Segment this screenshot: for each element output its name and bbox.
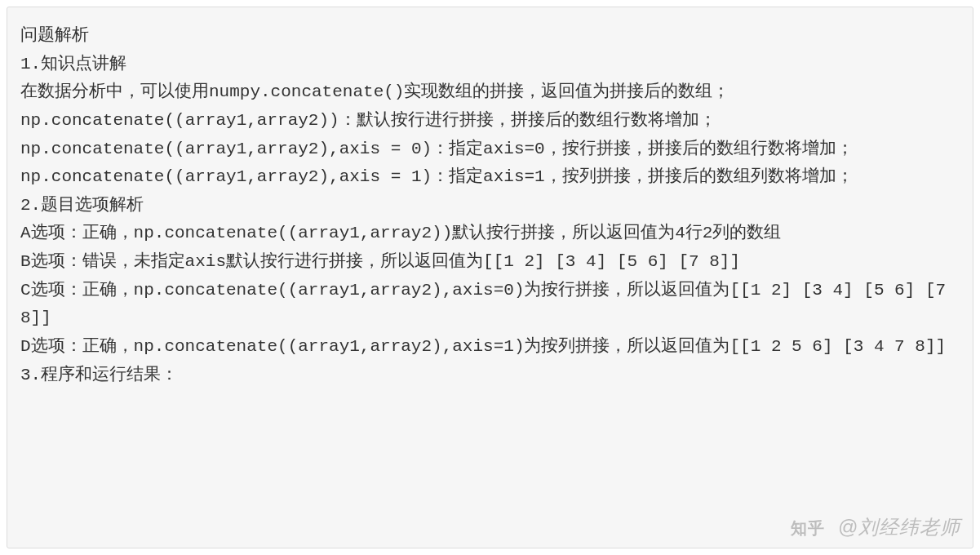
text-line: 3.程序和运行结果： xyxy=(20,362,960,390)
text-line: B选项：错误，未指定axis默认按行进行拼接，所以返回值为[[1 2] [3 4… xyxy=(20,248,960,277)
text-line: D选项：正确，np.concatenate((array1,array2),ax… xyxy=(20,333,960,362)
text-line: np.concatenate((array1,array2))：默认按行进行拼接… xyxy=(20,107,960,135)
text-line: 2.题目选项解析 xyxy=(20,192,960,220)
text-line: C选项：正确，np.concatenate((array1,array2),ax… xyxy=(20,277,960,333)
text-line: A选项：正确，np.concatenate((array1,array2))默认… xyxy=(20,220,960,248)
text-line: 问题解析 xyxy=(20,22,960,51)
text-line: np.concatenate((array1,array2),axis = 0)… xyxy=(20,135,960,164)
explanation-box: 问题解析 1.知识点讲解 在数据分析中，可以使用numpy.concatenat… xyxy=(7,7,973,548)
text-line: 在数据分析中，可以使用numpy.concatenate()实现数组的拼接，返回… xyxy=(20,78,960,107)
text-line: 1.知识点讲解 xyxy=(20,51,960,79)
text-line: np.concatenate((array1,array2),axis = 1)… xyxy=(20,163,960,192)
